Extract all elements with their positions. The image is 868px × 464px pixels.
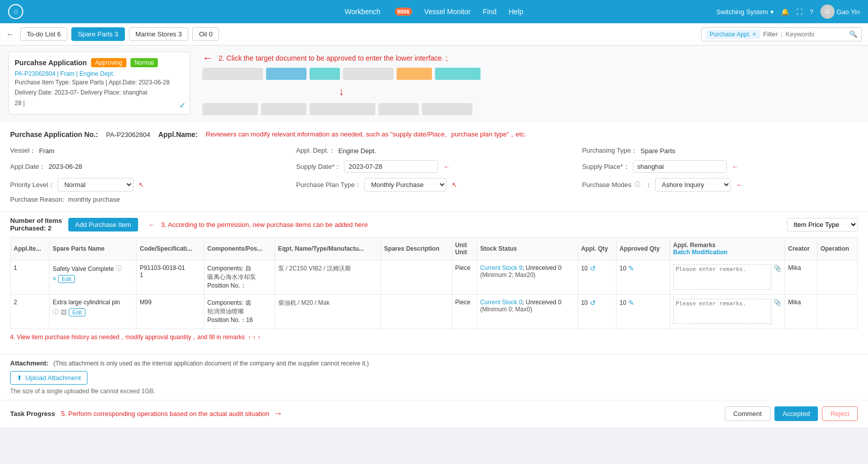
row1-operation — [817, 260, 857, 295]
modes-arrow: ← — [736, 181, 743, 189]
col-eqpt: Eqpt. Name/Type/Manufactu... — [275, 238, 381, 260]
form-appl-date: Appl.Date： 2023-06-28 — [10, 160, 286, 173]
comment-button[interactable]: Comment — [725, 406, 770, 421]
arrow-left-icon: ← — [202, 52, 213, 65]
nav-switching-system[interactable]: Switching System ▾ — [716, 8, 774, 16]
preview-area: Purcahse Application Approving Normal PA… — [0, 45, 868, 122]
accepted-button[interactable]: Accepted — [774, 406, 818, 421]
search-icon[interactable]: 🔍 — [849, 30, 857, 38]
tab-marine-stores[interactable]: Marine Stores 3 — [129, 27, 189, 41]
supply-place-arrow: ← — [732, 163, 739, 170]
nav-help[interactable]: Help — [509, 8, 524, 16]
card-info-2: Delivery Date: 2023-07- Delivery Place: … — [15, 87, 184, 98]
row2-name: Extra large cylindrical pin ⓘ 🖼 Edit — [49, 295, 136, 329]
priority-select[interactable]: Normal High Low — [58, 178, 134, 192]
row2-eqpt: 柴油机 / M20 / Mak — [275, 295, 381, 329]
tab-spare-parts[interactable]: Spare Parts 3 — [71, 27, 125, 41]
nav-right: Switching System ▾ 🔔 ⛶ ? G Gao Yin — [716, 5, 860, 19]
annotation-block: ← 2. Click the target document to be app… — [198, 52, 481, 115]
attachment-section: Attachment: (This attachment is only use… — [0, 354, 868, 400]
item-price-type-select[interactable]: Item Price Type — [787, 218, 858, 231]
card-title: Purcahse Application — [15, 59, 87, 67]
form-section: Purchase Application No.: PA-P23062804 A… — [0, 122, 868, 212]
col-operation: Operation — [817, 238, 857, 260]
supply-date-input[interactable] — [344, 160, 438, 173]
row1-history-icon[interactable]: ↺ — [590, 264, 596, 272]
nav-find[interactable]: Find — [483, 8, 496, 16]
nav-help-circle[interactable]: ? — [810, 8, 813, 16]
nav-vessel-monitor[interactable]: Vessel Monitor — [424, 8, 471, 16]
task-title: Task Progress — [10, 410, 55, 417]
table-header-row: Appl.Ite... Spare Parts Name Code/Specif… — [11, 238, 858, 260]
row1-approved-qty: 10 ✎ — [616, 260, 670, 295]
back-button[interactable]: ← — [6, 30, 14, 39]
annotation-4: 4. View item purchase history as needed，… — [10, 329, 858, 346]
row2-remark-input[interactable] — [673, 299, 771, 324]
row2-clip-icon[interactable]: 📎 — [773, 299, 782, 306]
main-content: Purcahse Application Approving Normal PA… — [0, 45, 868, 427]
form-app-no-label: Purchase Application No.: — [10, 130, 98, 138]
upload-icon: ⬆ — [17, 374, 22, 382]
reject-button[interactable]: Reject — [822, 406, 858, 421]
row2-spares-desc — [381, 295, 452, 329]
tab-oil[interactable]: Oil 0 — [192, 27, 219, 41]
annotation-3-text: 3. According to the permission, new purc… — [161, 221, 781, 228]
row1-no: 1 — [11, 260, 50, 295]
row1-components: Components: 自 吸离心海水冷却泵 Position No.： — [204, 260, 275, 295]
row1-icon1[interactable]: ≡ — [53, 275, 56, 283]
form-reason: Purchase Reason: monthly purchase — [10, 192, 858, 203]
col-creator: Creator — [785, 238, 817, 260]
form-grid: Vessel： Fram Appl. Dept.： Engine Dept. P… — [10, 146, 858, 192]
purchase-plan-select[interactable]: Monthly Purchase Emergency Purchase — [364, 178, 447, 192]
card-link[interactable]: PA-P23062804 | Fram | Engine Dept. — [15, 70, 184, 77]
form-vessel: Vessel： Fram — [10, 146, 286, 155]
table-row: 1 Safety Valve Complete ⓘ ≡ Edit P91103-… — [11, 260, 858, 295]
row2-components: Components: 齿 轮润滑油喷嘴 Position No.：16 — [204, 295, 275, 329]
col-appl-remarks: Appl. Remarks Batch Modification — [670, 238, 785, 260]
col-unit: Unit Unit — [452, 238, 476, 260]
add-purchase-item-button[interactable]: Add Purchase Item — [68, 218, 139, 231]
top-nav: ○ Workbench 9896 Vessel Monitor Find Hel… — [0, 0, 868, 23]
batch-modification-link[interactable]: Batch Modification — [673, 249, 727, 256]
row2-edit-qty-icon[interactable]: ✎ — [628, 299, 634, 307]
col-stock-status: Stock Status — [477, 238, 578, 260]
row2-edit-button[interactable]: Edit — [69, 308, 85, 316]
row1-info-icon[interactable]: ⓘ — [116, 264, 122, 273]
supply-place-input[interactable] — [633, 160, 727, 173]
row2-stock: Current Stock 0; Unreceived 0 (Minimum 0… — [477, 295, 578, 329]
preview-card[interactable]: Purcahse Application Approving Normal PA… — [8, 52, 190, 115]
nav-user[interactable]: G Gao Yin — [820, 5, 860, 19]
task-annotation: 5. Perform corresponding operations base… — [61, 408, 719, 419]
purchase-modes-info-icon[interactable]: ⓘ — [634, 180, 640, 189]
row2-code: M99 — [137, 295, 204, 329]
form-purchase-modes: Purchase Modes ⓘ ： Ashore Inquiry Online… — [582, 178, 858, 192]
row1-creator: Mika — [785, 260, 817, 295]
row1-edit-button[interactable]: Edit — [58, 275, 75, 283]
tab-todo[interactable]: To-do List 6 — [20, 27, 67, 41]
col-components: Components/Pos... — [204, 238, 275, 260]
nav-expand[interactable]: ⛶ — [796, 8, 803, 16]
row2-img-icon[interactable]: 🖼 — [61, 309, 67, 316]
row2-info-icon[interactable]: ⓘ — [53, 308, 59, 316]
search-input[interactable] — [786, 30, 846, 38]
upload-attachment-button[interactable]: ⬆ Upload Attachment — [10, 371, 88, 385]
form-priority: Priority Level： Normal High Low ↖ — [10, 178, 286, 192]
row1-clip-icon[interactable]: 📎 — [773, 264, 782, 272]
check-icon: ✓ — [179, 101, 186, 110]
nav-logo[interactable]: ○ — [8, 4, 23, 19]
nav-bell[interactable]: 🔔 — [781, 8, 789, 16]
row1-eqpt: 泵 / 2C150 VIB2 / 汉姆沃斯 — [275, 260, 381, 295]
row2-approved-qty: 10 ✎ — [616, 295, 670, 329]
row1-name: Safety Valve Complete ⓘ ≡ Edit — [49, 260, 136, 295]
nav-workbench[interactable]: Workbench — [345, 8, 381, 16]
row2-history-icon[interactable]: ↺ — [590, 299, 596, 307]
row1-remark-input[interactable] — [673, 264, 771, 290]
filter-button[interactable]: Filter — [763, 30, 778, 38]
col-appl-qty: Appl. Qty — [578, 238, 616, 260]
purchase-modes-select[interactable]: Ashore Inquiry Online Inquiry — [655, 178, 731, 192]
row1-edit-qty-icon[interactable]: ✎ — [628, 264, 634, 272]
row2-appl-qty: 10 ↺ — [578, 295, 616, 329]
row2-creator: Mika — [785, 295, 817, 329]
filter-tag[interactable]: Purchase Appl. × — [706, 30, 760, 39]
blurred-preview: ↓ — [202, 68, 481, 115]
